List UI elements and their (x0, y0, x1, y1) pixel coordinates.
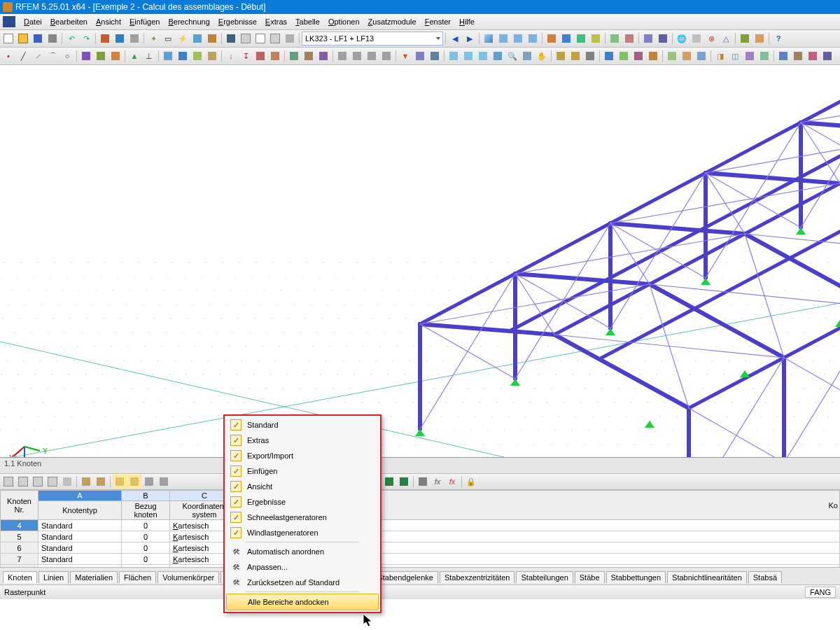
surface-icon[interactable] (176, 49, 190, 63)
lock-icon[interactable]: 🔒 (464, 475, 478, 489)
table-nav-icon[interactable] (79, 475, 93, 489)
col-a[interactable]: A (38, 491, 122, 501)
geom-icon[interactable] (690, 31, 704, 46)
tool-icon[interactable] (127, 31, 141, 46)
render-icon[interactable] (680, 49, 694, 63)
mesh-icon[interactable] (752, 31, 766, 46)
loadcase-combo[interactable]: LK323 - LF1 + LF13 (302, 31, 443, 46)
filter-icon[interactable] (413, 49, 427, 63)
tab-volumenkörper[interactable]: Volumenkörper (158, 571, 219, 583)
gen-icon[interactable]: ◫ (728, 49, 742, 63)
edit-icon[interactable] (335, 49, 349, 63)
misc-icon[interactable] (617, 49, 631, 63)
ctx-standard[interactable]: Standard (226, 417, 379, 433)
view-xz-icon[interactable] (461, 49, 475, 63)
load-icon[interactable]: ↧ (239, 49, 253, 63)
home-icon[interactable] (3, 16, 15, 27)
view-icon[interactable] (496, 31, 510, 46)
prev-icon[interactable]: ◀ (448, 31, 462, 46)
lightning-icon[interactable]: ⚡ (176, 31, 190, 46)
support-icon[interactable]: ⊥ (142, 49, 156, 63)
snap-icon[interactable] (568, 49, 582, 63)
node-icon[interactable]: • (1, 49, 15, 63)
table-nav-icon[interactable] (127, 475, 141, 489)
misc-icon[interactable] (646, 49, 660, 63)
fx-icon[interactable]: fx (430, 475, 444, 489)
col-b[interactable]: B (122, 491, 170, 501)
tab-stabteilungen[interactable]: Stabteilungen (516, 571, 573, 583)
table-nav-icon[interactable] (46, 475, 59, 489)
table-row[interactable]: 4Standard0Kartesisch (1, 520, 840, 531)
load-icon[interactable]: ↓ (224, 49, 238, 63)
action-icon[interactable] (316, 49, 330, 63)
member-icon[interactable] (79, 49, 93, 63)
gen-icon[interactable] (743, 49, 757, 63)
table-icon[interactable] (239, 31, 253, 46)
table-nav-icon[interactable] (16, 475, 30, 489)
tab-stabexzentrizitäten[interactable]: Stabexzentrizitäten (440, 571, 515, 583)
geom-icon[interactable]: △ (719, 31, 733, 46)
result-icon[interactable] (545, 31, 559, 46)
excel-icon[interactable] (397, 475, 411, 489)
col-bezug[interactable]: Bezug knoten (122, 501, 170, 520)
menu-fenster[interactable]: Fenster (421, 16, 455, 27)
tab-knoten[interactable]: Knoten (3, 571, 37, 583)
menu-optionen[interactable]: Optionen (324, 16, 364, 27)
load-icon[interactable] (268, 49, 282, 63)
result-icon[interactable] (559, 31, 573, 46)
tab-stabsä[interactable]: Stabsä (748, 571, 782, 583)
zoom-all-icon[interactable] (520, 49, 534, 63)
status-snap[interactable]: FANG (805, 587, 836, 598)
menu-ergebnisse[interactable]: Ergebnisse (214, 16, 261, 27)
cube3d-icon[interactable] (806, 49, 820, 63)
menu-tabelle[interactable]: Tabelle (291, 16, 324, 27)
tab-stabendgelenke[interactable]: Stabendgelenke (372, 571, 438, 583)
3d-viewport[interactable]: X Y Z (0, 65, 840, 458)
table-nav-icon[interactable] (113, 475, 127, 489)
graph-icon[interactable] (608, 31, 622, 46)
ctx-automatischanordnen[interactable]: 🛠Automatisch anordnen (226, 544, 379, 559)
load-icon[interactable] (253, 49, 267, 63)
render-icon[interactable] (694, 49, 708, 63)
support-icon[interactable]: ▲ (127, 49, 141, 63)
ctx-exportimport[interactable]: Export/Import (226, 448, 379, 463)
action-icon[interactable] (302, 49, 316, 63)
cube3d-icon[interactable] (820, 49, 834, 63)
excel-icon[interactable] (382, 475, 396, 489)
ctx-schneelastgeneratoren[interactable]: Schneelastgeneratoren (226, 510, 379, 525)
ctx-anpassen[interactable]: 🛠Anpassen... (226, 559, 379, 575)
tool-icon[interactable] (98, 31, 112, 46)
table-row[interactable]: 6Standard0Kartesisch (1, 542, 840, 554)
undo-icon[interactable]: ↶ (64, 31, 78, 46)
render-icon[interactable] (665, 49, 679, 63)
open-icon[interactable] (16, 31, 30, 46)
edit-icon[interactable] (379, 49, 393, 63)
action-icon[interactable] (287, 49, 301, 63)
menu-bearbeiten[interactable]: Bearbeiten (46, 16, 92, 27)
ctx-einfgen[interactable]: Einfügen (226, 463, 379, 479)
view-icon[interactable] (526, 31, 540, 46)
globe-icon[interactable]: 🌐 (675, 31, 689, 46)
wand-icon[interactable]: ✦ (146, 31, 160, 46)
grid-icon[interactable] (583, 49, 597, 63)
table-row[interactable]: 7Standard0Kartesisch (1, 554, 840, 565)
pan-icon[interactable]: ✋ (535, 49, 549, 63)
ctx-dock-all[interactable]: Alle Bereiche andocken (226, 594, 379, 610)
polyline-icon[interactable]: ⟋ (31, 49, 45, 63)
view-icon[interactable] (482, 31, 496, 46)
table-nav-icon[interactable] (1, 475, 15, 489)
panel-icon[interactable] (283, 31, 297, 46)
view-xy-icon[interactable] (447, 49, 461, 63)
cube3d-icon[interactable] (791, 49, 805, 63)
help-icon[interactable]: ? (771, 31, 785, 46)
gen-icon[interactable]: ◨ (713, 49, 727, 63)
new-file-icon[interactable] (1, 31, 15, 46)
menu-einfügen[interactable]: Einfügen (125, 16, 164, 27)
table-nav-icon[interactable] (94, 475, 108, 489)
surface-icon[interactable] (190, 49, 204, 63)
tab-stabbettungen[interactable]: Stabbettungen (606, 571, 666, 583)
table2-icon[interactable] (268, 31, 282, 46)
tab-stabnichtlinearitäten[interactable]: Stabnichtlinearitäten (667, 571, 747, 583)
redo-icon[interactable]: ↷ (79, 31, 93, 46)
tab-flächen[interactable]: Flächen (119, 571, 156, 583)
